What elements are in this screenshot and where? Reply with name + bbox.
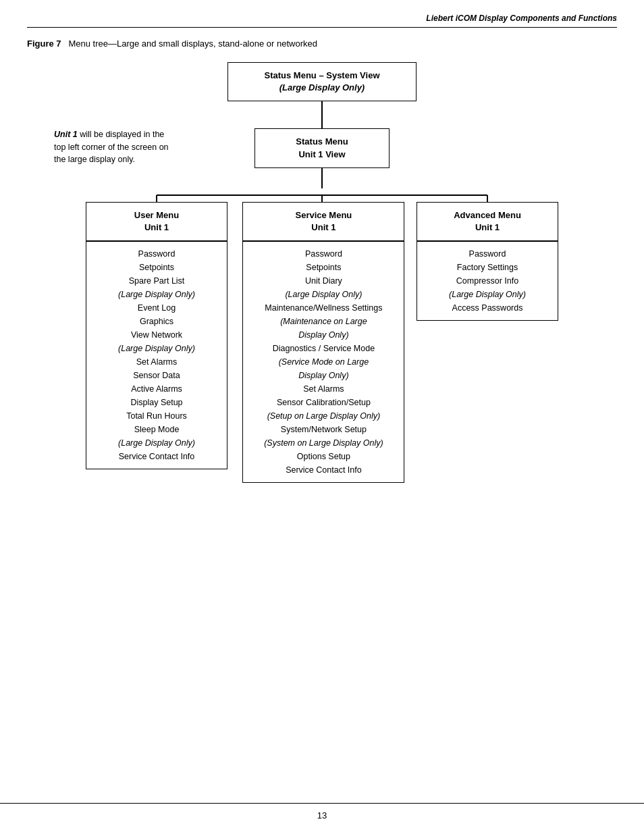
top-box-line2: (Large Display Only) <box>279 82 365 93</box>
advanced-menu-header-line2: Unit 1 <box>428 221 547 234</box>
advanced-item-1: Password <box>424 247 551 261</box>
user-item-3: Spare Part List <box>93 274 220 288</box>
service-item-17: Service Contact Info <box>250 463 397 477</box>
page: Liebert iCOM Display Components and Func… <box>0 0 644 834</box>
vline-top <box>321 101 323 128</box>
advanced-menu-header: Advanced Menu Unit 1 <box>417 202 558 241</box>
advanced-item-2: Factory Settings <box>424 261 551 274</box>
service-item-5: Maintenance/Wellness Settings <box>250 301 397 315</box>
figure-label: Figure 7 <box>27 38 61 49</box>
service-menu-header-line1: Service Menu <box>254 209 393 221</box>
service-item-7: Display Only) <box>250 328 397 342</box>
figure-text: Menu tree—Large and small displays, stan… <box>68 38 317 49</box>
mid-box-line1: Status Menu <box>266 136 378 148</box>
user-item-16: Service Contact Info <box>93 450 220 463</box>
service-menu-header-line2: Unit 1 <box>254 221 393 234</box>
service-item-10: Display Only) <box>250 369 397 382</box>
figure-caption: Figure 7 Menu tree—Large and small displ… <box>27 38 617 49</box>
service-item-9: (Service Mode on Large <box>250 355 397 369</box>
user-item-7: View Network <box>93 328 220 342</box>
user-item-14: Sleep Mode <box>93 423 220 436</box>
advanced-menu-header-line1: Advanced Menu <box>428 209 547 221</box>
advanced-item-3: Compressor Info <box>424 274 551 288</box>
service-item-16: Options Setup <box>250 450 397 463</box>
service-item-13: (Setup on Large Display Only) <box>250 409 397 423</box>
user-item-1: Password <box>93 247 220 261</box>
service-item-11: Set Alarms <box>250 382 397 396</box>
annotation-italic: Unit 1 <box>54 130 78 139</box>
annotation: Unit 1 will be displayed in the top left… <box>54 128 176 165</box>
service-item-12: Sensor Calibration/Setup <box>250 396 397 409</box>
header-title: Liebert iCOM Display Components and Func… <box>426 14 617 23</box>
user-item-9: Set Alarms <box>93 355 220 369</box>
user-item-10: Sensor Data <box>93 369 220 382</box>
service-item-2: Setpoints <box>250 261 397 274</box>
advanced-menu-items: Password Factory Settings Compressor Inf… <box>417 241 558 321</box>
advanced-item-4: (Large Display Only) <box>424 288 551 301</box>
mid-row: Unit 1 will be displayed in the top left… <box>27 128 617 167</box>
service-item-14: System/Network Setup <box>250 423 397 436</box>
user-item-15: (Large Display Only) <box>93 436 220 450</box>
service-item-8: Diagnostics / Service Mode <box>250 342 397 355</box>
user-item-8: (Large Display Only) <box>93 342 220 355</box>
service-item-15: (System on Large Display Only) <box>250 436 397 450</box>
branch-svg <box>86 188 558 202</box>
service-menu-col: Service Menu Unit 1 Password Setpoints U… <box>242 202 404 483</box>
mid-box: Status Menu Unit 1 View <box>254 128 390 167</box>
user-item-4: (Large Display Only) <box>93 288 220 301</box>
service-menu-header: Service Menu Unit 1 <box>242 202 404 241</box>
service-menu-items: Password Setpoints Unit Diary (Large Dis… <box>242 241 404 483</box>
advanced-menu-col: Advanced Menu Unit 1 Password Factory Se… <box>417 202 558 321</box>
advanced-item-5: Access Passwords <box>424 301 551 315</box>
branch-connector: User Menu Unit 1 Password Setpoints Spar… <box>27 168 617 483</box>
user-menu-header-line1: User Menu <box>97 209 216 221</box>
user-menu-items: Password Setpoints Spare Part List (Larg… <box>86 241 227 469</box>
user-menu-header-line2: Unit 1 <box>97 221 216 234</box>
three-columns: User Menu Unit 1 Password Setpoints Spar… <box>86 202 558 483</box>
user-item-5: Event Log <box>93 301 220 315</box>
user-item-11: Active Alarms <box>93 382 220 396</box>
service-item-3: Unit Diary <box>250 274 397 288</box>
service-item-6: (Maintenance on Large <box>250 315 397 328</box>
user-item-13: Total Run Hours <box>93 409 220 423</box>
top-box-line1: Status Menu – System View <box>239 70 405 82</box>
user-item-2: Setpoints <box>93 261 220 274</box>
page-header: Liebert iCOM Display Components and Func… <box>27 14 617 28</box>
page-number: 13 <box>317 810 327 820</box>
user-menu-header: User Menu Unit 1 <box>86 202 227 241</box>
user-item-12: Display Setup <box>93 396 220 409</box>
user-menu-col: User Menu Unit 1 Password Setpoints Spar… <box>86 202 227 469</box>
mid-box-line2: Unit 1 View <box>266 149 378 161</box>
footer: 13 <box>0 803 644 820</box>
service-item-1: Password <box>250 247 397 261</box>
service-item-4: (Large Display Only) <box>250 288 397 301</box>
diagram: Status Menu – System View (Large Display… <box>27 62 617 483</box>
top-box: Status Menu – System View (Large Display… <box>227 62 417 101</box>
user-item-6: Graphics <box>93 315 220 328</box>
vline-mid <box>321 168 323 188</box>
